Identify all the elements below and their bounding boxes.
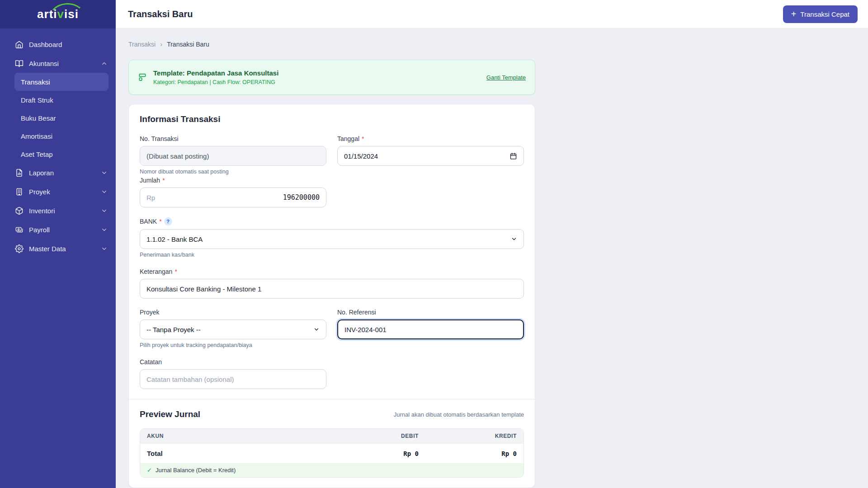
template-banner: Template: Pendapatan Jasa Konsultasi Kat… bbox=[128, 60, 535, 95]
label-text: No. Referensi bbox=[337, 309, 376, 316]
transaction-form-card: Informasi Transaksi No. Transaksi Nomor … bbox=[128, 104, 535, 488]
label-text: BANK bbox=[140, 218, 157, 225]
page-content: Transaksi › Transaksi Baru Template: Pen… bbox=[116, 28, 868, 488]
column-header-kredit: KREDIT bbox=[419, 433, 524, 439]
jumlah-value: 196200000 bbox=[283, 193, 320, 202]
sidebar-item-label: Payroll bbox=[29, 226, 50, 234]
sidebar-item-inventori[interactable]: Inventori bbox=[0, 201, 116, 220]
required-asterisk: * bbox=[362, 135, 364, 142]
bank-selected-value: 1.1.02 - Bank BCA bbox=[146, 235, 203, 243]
proyek-group: Proyek -- Tanpa Proyek -- Pilih proyek u… bbox=[140, 309, 326, 348]
proyek-label: Proyek bbox=[140, 309, 326, 316]
label-text: No. Transaksi bbox=[140, 135, 179, 142]
no-transaksi-helper: Nomor dibuat otomatis saat posting bbox=[140, 169, 326, 175]
sidebar-item-akuntansi[interactable]: Akuntansi bbox=[0, 54, 116, 73]
template-banner-title: Template: Pendapatan Jasa Konsultasi bbox=[153, 69, 278, 77]
section-title: Informasi Transaksi bbox=[140, 114, 524, 124]
sidebar-subitem-label: Draft Struk bbox=[21, 96, 53, 104]
preview-jurnal-section: Preview Jurnal Jurnal akan dibuat otomat… bbox=[129, 399, 535, 488]
no-transaksi-field bbox=[140, 146, 326, 166]
label-text: Catatan bbox=[140, 358, 162, 366]
column-header-debit: DEBIT bbox=[333, 433, 419, 439]
referensi-group: No. Referensi bbox=[337, 309, 524, 348]
proyek-selected-value: -- Tanpa Proyek -- bbox=[146, 326, 201, 333]
bank-label: BANK * ? bbox=[140, 217, 524, 225]
sidebar-subitem-amortisasi[interactable]: Amortisasi bbox=[14, 127, 108, 145]
keterangan-group: Keterangan * bbox=[140, 268, 524, 299]
catatan-input[interactable] bbox=[140, 369, 326, 389]
tanggal-label: Tanggal * bbox=[337, 135, 524, 142]
no-transaksi-group: No. Transaksi Nomor dibuat otomatis saat… bbox=[140, 135, 326, 175]
book-icon bbox=[15, 59, 24, 68]
keterangan-input[interactable] bbox=[140, 279, 524, 299]
sidebar-subitem-transaksi[interactable]: Transaksi bbox=[14, 73, 108, 91]
total-label: Total bbox=[140, 450, 333, 457]
gear-icon bbox=[15, 244, 24, 253]
transaksi-cepat-button[interactable]: + Transaksi Cepat bbox=[783, 5, 858, 23]
report-icon bbox=[15, 169, 24, 177]
required-asterisk: * bbox=[175, 268, 177, 275]
chevron-down-icon bbox=[101, 245, 108, 252]
sidebar-item-label: Akuntansi bbox=[29, 60, 59, 67]
referensi-label: No. Referensi bbox=[337, 309, 524, 316]
bank-select[interactable]: 1.1.02 - Bank BCA bbox=[140, 229, 524, 249]
sidebar-nav: Dashboard Akuntansi Transaksi Draft Stru… bbox=[0, 28, 116, 258]
chevron-down-icon bbox=[101, 207, 108, 214]
proyek-helper: Pilih proyek untuk tracking pendapatan/b… bbox=[140, 342, 326, 348]
no-transaksi-label: No. Transaksi bbox=[140, 135, 326, 142]
sidebar-item-label: Dashboard bbox=[29, 41, 62, 48]
tanggal-value: 01/15/2024 bbox=[344, 152, 378, 160]
building-icon bbox=[15, 188, 24, 196]
total-kredit-value: Rp 0 bbox=[419, 450, 524, 457]
sidebar-item-dashboard[interactable]: Dashboard bbox=[0, 35, 116, 54]
sidebar-item-label: Laporan bbox=[29, 169, 54, 177]
home-icon bbox=[15, 40, 24, 49]
proyek-select[interactable]: -- Tanpa Proyek -- bbox=[140, 319, 326, 339]
breadcrumb: Transaksi › Transaksi Baru bbox=[128, 40, 868, 48]
tanggal-date-field[interactable]: 01/15/2024 bbox=[337, 146, 524, 166]
sidebar-subitem-draft-struk[interactable]: Draft Struk bbox=[14, 91, 108, 109]
sidebar-subitem-label: Aset Tetap bbox=[21, 150, 53, 158]
jurnal-total-row: Total Rp 0 Rp 0 bbox=[140, 443, 524, 463]
template-icon bbox=[138, 73, 147, 82]
column-header-akun: AKUN bbox=[140, 433, 333, 439]
referensi-input[interactable] bbox=[337, 319, 524, 339]
total-debit-value: Rp 0 bbox=[333, 450, 419, 457]
sidebar-subitem-label: Amortisasi bbox=[21, 132, 52, 140]
chevron-down-icon bbox=[511, 236, 517, 242]
chevron-down-icon bbox=[101, 226, 108, 233]
topbar: Transaksi Baru + Transaksi Cepat bbox=[116, 0, 868, 28]
preview-jurnal-note: Jurnal akan dibuat otomatis berdasarkan … bbox=[394, 411, 524, 418]
ganti-template-link[interactable]: Ganti Template bbox=[486, 74, 526, 81]
app-root: artivisi Dashboard Akuntansi bbox=[0, 0, 868, 488]
breadcrumb-current: Transaksi Baru bbox=[167, 41, 209, 48]
cube-icon bbox=[15, 206, 24, 215]
bank-group: BANK * ? 1.1.02 - Bank BCA Penerimaan ka… bbox=[140, 217, 524, 258]
label-text: Proyek bbox=[140, 309, 160, 316]
sidebar-subitem-buku-besar[interactable]: Buku Besar bbox=[14, 109, 108, 127]
required-asterisk: * bbox=[162, 177, 165, 184]
sidebar-item-laporan[interactable]: Laporan bbox=[0, 163, 116, 182]
jumlah-field[interactable]: Rp 196200000 bbox=[140, 188, 326, 207]
help-icon[interactable]: ? bbox=[164, 217, 172, 225]
required-asterisk: * bbox=[159, 218, 161, 225]
jumlah-group: Jumlah * Rp 196200000 bbox=[140, 177, 326, 207]
logo[interactable]: artivisi bbox=[0, 0, 116, 28]
breadcrumb-separator-icon: › bbox=[160, 40, 162, 48]
catatan-label: Catatan bbox=[140, 358, 524, 366]
breadcrumb-transaksi[interactable]: Transaksi bbox=[128, 41, 156, 48]
label-text: Tanggal bbox=[337, 135, 359, 142]
label-text: Jumlah bbox=[140, 177, 160, 184]
sidebar-item-master-data[interactable]: Master Data bbox=[0, 239, 116, 258]
sidebar-subitem-aset-tetap[interactable]: Aset Tetap bbox=[14, 145, 108, 163]
sidebar-item-proyek[interactable]: Proyek bbox=[0, 182, 116, 201]
main-area: Transaksi Baru + Transaksi Cepat Transak… bbox=[116, 0, 868, 488]
calendar-icon[interactable] bbox=[509, 152, 517, 160]
sidebar-item-payroll[interactable]: Payroll bbox=[0, 220, 116, 239]
jurnal-balance-row: ✓ Jurnal Balance (Debit = Kredit) bbox=[140, 463, 524, 477]
tanggal-group: Tanggal * 01/15/2024 bbox=[337, 135, 524, 175]
chevron-down-icon bbox=[101, 188, 108, 195]
template-banner-subtitle: Kategori: Pendapatan | Cash Flow: OPERAT… bbox=[153, 79, 278, 85]
catatan-group: Catatan bbox=[140, 358, 524, 389]
bank-helper: Penerimaan kas/bank bbox=[140, 252, 524, 258]
